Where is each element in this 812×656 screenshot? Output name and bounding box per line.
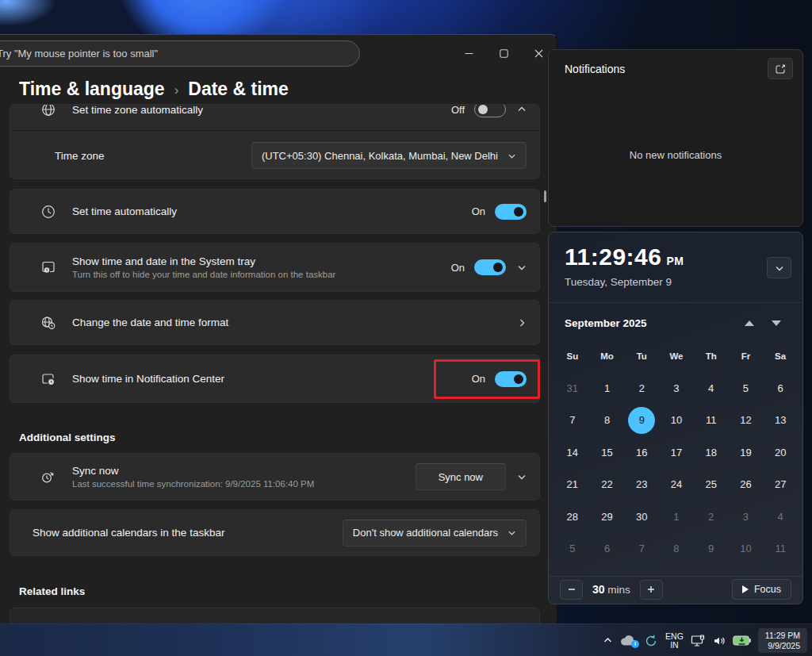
additional-calendars-dropdown[interactable]: Don't show additional calendars xyxy=(343,520,527,547)
calendar-day[interactable]: 11 xyxy=(763,533,798,566)
calendar-day[interactable]: 1 xyxy=(590,372,625,405)
calendar-day[interactable]: 8 xyxy=(659,533,694,566)
calendar-day[interactable]: 30 xyxy=(624,501,659,533)
calendar-day-header: Sa xyxy=(763,351,798,361)
system-tray-toggle[interactable] xyxy=(474,259,506,275)
calendar-day[interactable]: 7 xyxy=(624,533,659,566)
volume-icon[interactable] xyxy=(713,635,726,646)
chevron-down-icon[interactable] xyxy=(517,263,527,272)
calendar-day[interactable]: 24 xyxy=(659,469,694,501)
globe-clock-icon xyxy=(40,315,58,331)
maximize-button[interactable] xyxy=(492,42,515,64)
setting-subtitle: Last successful time synchronization: 9/… xyxy=(72,479,416,489)
card-set-time-auto[interactable]: Set time automatically On xyxy=(10,189,540,234)
calendar-day[interactable]: 5 xyxy=(555,533,590,566)
calendar-day[interactable]: 27 xyxy=(763,469,798,501)
setting-title: Set time zone automatically xyxy=(72,105,451,116)
calendar-day[interactable]: 15 xyxy=(590,436,625,469)
calendar-day-headers: SuMoTuWeThFrSa xyxy=(555,351,798,361)
clock-time-value: 11:29:46 xyxy=(565,244,661,270)
calendar-day[interactable]: 10 xyxy=(659,405,694,437)
triangle-down-icon xyxy=(772,320,781,326)
clock-time: 11:29:46PM xyxy=(565,244,684,270)
card-system-tray[interactable]: Show time and date in the System tray Tu… xyxy=(10,243,540,292)
focus-decrease-button[interactable] xyxy=(560,580,583,600)
scrollbar-thumb[interactable] xyxy=(544,190,546,202)
tray-calendar-clock-icon xyxy=(40,259,58,275)
calendar-day[interactable]: 13 xyxy=(763,405,798,437)
calendar-prev-month-button[interactable] xyxy=(736,313,763,332)
toggle-state-label: On xyxy=(451,262,465,274)
calendar-day[interactable]: 28 xyxy=(555,501,590,533)
taskbar-clock[interactable]: 11:29 PM 9/9/2025 xyxy=(758,628,807,653)
calendar-day[interactable]: 6 xyxy=(590,533,625,566)
calendar-day[interactable]: 26 xyxy=(729,469,764,501)
focus-unit: mins xyxy=(607,584,630,596)
onedrive-icon[interactable]: i xyxy=(620,635,637,646)
battery-charging-icon[interactable] xyxy=(733,635,751,646)
notification-settings-button[interactable] xyxy=(768,58,793,79)
chevron-up-icon[interactable] xyxy=(517,105,527,114)
calendar-day[interactable]: 6 xyxy=(763,372,798,405)
calendar-day[interactable]: 21 xyxy=(555,469,590,501)
focus-increase-button[interactable] xyxy=(640,580,663,600)
calendar-day[interactable]: 4 xyxy=(694,372,729,405)
tray-chevron-up-icon[interactable] xyxy=(603,635,613,646)
calendar-day[interactable]: 29 xyxy=(590,501,625,533)
calendar-day[interactable]: 12 xyxy=(729,405,764,437)
calendar-day[interactable]: 11 xyxy=(694,405,729,437)
calendar-day[interactable]: 4 xyxy=(763,501,798,533)
timezone-auto-toggle[interactable] xyxy=(474,105,506,117)
calendar-day[interactable]: 20 xyxy=(763,436,798,469)
play-icon xyxy=(742,585,749,593)
calendar-day[interactable]: 3 xyxy=(659,372,694,405)
language-indicator[interactable]: ENG IN xyxy=(665,632,684,650)
collapse-calendar-button[interactable] xyxy=(767,257,791,278)
sync-now-button[interactable]: Sync now xyxy=(416,463,506,490)
search-input[interactable]: Try "My mouse pointer is too small" xyxy=(0,40,360,67)
card-change-format[interactable]: Change the date and time format xyxy=(10,300,540,345)
desktop: Try "My mouse pointer is too small" Time… xyxy=(0,0,812,656)
calendar-day[interactable]: 14 xyxy=(555,436,590,469)
calendar-day[interactable]: 8 xyxy=(590,405,625,437)
breadcrumb-parent[interactable]: Time & language xyxy=(19,79,165,100)
triangle-up-icon xyxy=(745,320,754,326)
row-timezone: Time zone (UTC+05:30) Chennai, Kolkata, … xyxy=(10,131,539,179)
calendar-day[interactable]: 9 xyxy=(694,533,729,566)
toggle-state-label: On xyxy=(472,205,485,217)
clock-calendar-panel: 11:29:46PM Tuesday, September 9 Septembe… xyxy=(548,232,803,604)
close-icon[interactable] xyxy=(527,42,550,64)
notification-clock-icon xyxy=(40,371,58,387)
taskbar-time: 11:29 PM xyxy=(765,631,800,641)
calendar-day[interactable]: 7 xyxy=(555,405,590,437)
calendar-next-month-button[interactable] xyxy=(763,313,790,332)
language-line2: IN xyxy=(665,641,684,650)
onedrive-info-badge: i xyxy=(631,640,639,648)
plus-icon xyxy=(648,586,654,593)
calendar-day[interactable]: 1 xyxy=(659,501,694,533)
set-time-auto-toggle[interactable] xyxy=(495,204,527,220)
calendar-day[interactable]: 22 xyxy=(590,469,625,501)
calendar-day[interactable]: 17 xyxy=(659,436,694,469)
calendar-day[interactable]: 2 xyxy=(694,501,729,533)
timezone-dropdown[interactable]: (UTC+05:30) Chennai, Kolkata, Mumbai, Ne… xyxy=(251,142,527,169)
chevron-down-icon[interactable] xyxy=(517,472,527,481)
calendar-day[interactable]: 5 xyxy=(729,372,764,405)
calendar-day[interactable]: 23 xyxy=(624,469,659,501)
focus-start-button[interactable]: Focus xyxy=(732,579,791,600)
calendar-day[interactable]: 2 xyxy=(624,372,659,405)
tray-sync-app-icon[interactable] xyxy=(644,634,658,648)
network-icon[interactable] xyxy=(691,635,706,647)
focus-session-row: 30 mins Focus xyxy=(549,576,802,604)
minimize-button[interactable] xyxy=(457,42,481,64)
calendar-day[interactable]: 19 xyxy=(729,436,764,469)
calendar-day[interactable]: 18 xyxy=(694,436,729,469)
row-set-timezone-auto[interactable]: Set time zone automatically Off xyxy=(10,105,539,130)
calendar-day[interactable]: 3 xyxy=(729,501,764,533)
additional-calendars-value: Don't show additional calendars xyxy=(353,527,498,539)
calendar-day[interactable]: 31 xyxy=(555,372,590,405)
calendar-day-selected[interactable]: 9 xyxy=(624,405,659,437)
calendar-day[interactable]: 10 xyxy=(729,533,764,566)
calendar-day[interactable]: 25 xyxy=(694,469,729,501)
calendar-day[interactable]: 16 xyxy=(624,436,659,469)
